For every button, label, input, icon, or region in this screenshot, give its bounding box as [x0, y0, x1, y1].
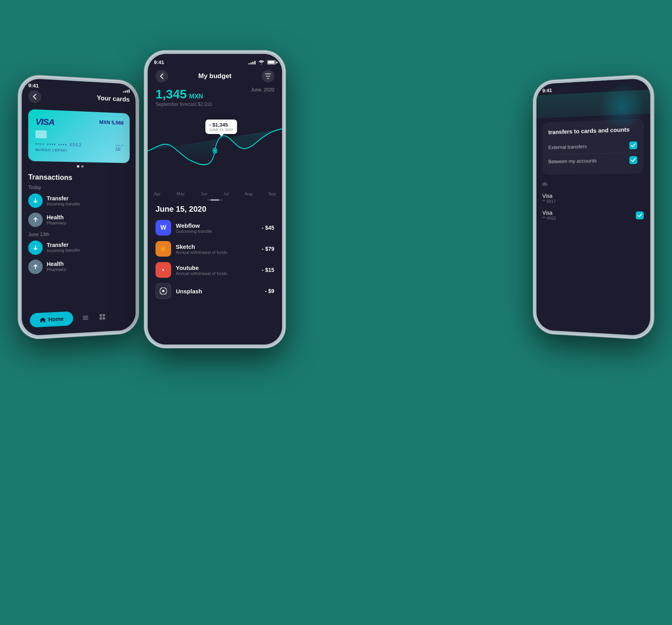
center-header: My budget: [148, 67, 282, 87]
signal-icon-center: [248, 61, 256, 64]
visa-logo: VISA: [36, 116, 54, 127]
card-dots: [28, 164, 130, 169]
cards-section: ds Visa ** 6917 Visa ** 4552: [542, 180, 644, 224]
tx-sub-webflow: Outcoming transfer: [176, 229, 257, 234]
card-chip: [36, 130, 47, 138]
unsplash-logo: [155, 283, 171, 299]
tx-sub-transfer-june13: Incoming transfer: [47, 248, 80, 253]
tx-item-today-0[interactable]: Transfer Incoming transfer: [28, 193, 130, 208]
tx-item-june13-1[interactable]: Health Pharmacy: [28, 257, 130, 274]
tx-name-webflow: Webflow: [176, 222, 257, 229]
status-time-center: 9:41: [154, 59, 164, 65]
card-info-6917: Visa ** 6917: [542, 193, 556, 204]
status-icons-center: [248, 60, 276, 64]
tx-sketch[interactable]: Sketch Annual withdrawal of funds - $79: [155, 241, 274, 257]
tx-youtube[interactable]: Youtube Annual withdrawal of funds - $15: [155, 262, 274, 278]
card-amount: MXN 5,566: [99, 119, 124, 126]
filter-button[interactable]: [262, 70, 274, 82]
tx-name-health-june13: Health: [47, 261, 66, 267]
tooltip-amount: - $1,345: [209, 122, 233, 128]
tx-detail-unsplash: Unsplash: [176, 288, 260, 295]
budget-chart: - $1,345 JUNE 15, 2020: [148, 112, 282, 190]
card-info-4552: Visa ** 4552: [542, 209, 556, 220]
svg-rect-6: [103, 317, 105, 320]
tx-amount-sketch: - $79: [262, 246, 274, 252]
tx-sub-transfer-today: Incoming transfer: [47, 202, 80, 206]
tx-info-transfer-june13: Transfer Incoming transfer: [47, 241, 80, 253]
svg-rect-1: [83, 317, 88, 318]
bottom-nav: Home: [22, 304, 136, 336]
budget-currency: MXN: [189, 93, 203, 100]
back-button-left[interactable]: [28, 90, 41, 103]
tx-item-june13-0[interactable]: Transfer Incoming transfer: [28, 239, 130, 255]
home-button[interactable]: Home: [30, 311, 73, 328]
tx-sub-sketch: Annual withdrawal of funds: [176, 250, 257, 255]
center-transactions: June 15, 2020 W Webflow Outcoming transf…: [148, 205, 282, 304]
chart-label-may: May: [177, 191, 185, 196]
status-time-right: 9:41: [542, 88, 552, 94]
tx-amount-youtube: - $15: [262, 267, 274, 273]
filter-between-accounts[interactable]: Between my accounts: [548, 153, 637, 169]
svg-point-8: [214, 149, 216, 152]
tx-icon-transfer-today: [28, 193, 43, 208]
chart-labels: Apr May Jun Jul Aug Sep: [148, 191, 282, 196]
signal-icon-left: [123, 88, 130, 93]
tx-info-transfer-today: Transfer Incoming transfer: [47, 195, 80, 206]
card-num-4552: ** 4552: [542, 216, 556, 220]
june13-label: June 13th: [28, 231, 130, 238]
tx-detail-sketch: Sketch Annual withdrawal of funds: [176, 243, 257, 255]
left-screen: Your cards VISA MXN 5,566 •••• •••• ••••…: [22, 89, 136, 274]
filter-external-transfers[interactable]: External transfers: [548, 138, 637, 155]
chart-label-apr: Apr: [154, 191, 161, 196]
svg-rect-5: [100, 317, 102, 320]
chart-label-jul: Jul: [223, 191, 229, 196]
tx-sub-health-today: Pharmacy: [47, 220, 66, 225]
back-button-center[interactable]: [155, 70, 168, 82]
tx-name-transfer-today: Transfer: [47, 195, 80, 202]
left-phone: 9:41 Your cards: [18, 75, 138, 339]
card-name-6917: Visa: [542, 193, 556, 199]
tx-unsplash[interactable]: Unsplash - $9: [155, 283, 274, 299]
chart-scroll-indicator: [207, 199, 223, 201]
filter-external-checkbox[interactable]: [629, 141, 638, 149]
tx-detail-youtube: Youtube Annual withdrawal of funds: [176, 264, 257, 276]
tx-icon-transfer-june13: [28, 240, 43, 255]
budget-date: June, 2020: [251, 87, 274, 93]
right-phone: 9:41 transfers to cards and counts Exter…: [534, 75, 654, 339]
svg-rect-4: [103, 314, 105, 316]
tx-item-today-1[interactable]: Health Pharmacy: [28, 212, 130, 227]
svg-rect-0: [83, 316, 88, 317]
card-filter-6917[interactable]: Visa ** 6917: [542, 189, 644, 206]
tx-name-transfer-june13: Transfer: [47, 241, 80, 248]
youtube-logo: [155, 262, 171, 278]
tx-amount-webflow: - $45: [262, 225, 274, 231]
tx-name-sketch: Sketch: [176, 243, 257, 250]
card-filter-4552[interactable]: Visa ** 4552: [542, 206, 644, 224]
nav-list-icon[interactable]: [81, 313, 90, 323]
tx-webflow[interactable]: W Webflow Outcoming transfer - $45: [155, 220, 274, 236]
transactions-title: Transactions: [28, 173, 130, 182]
tx-detail-webflow: Webflow Outcoming transfer: [176, 222, 257, 234]
tx-name-health-today: Health: [47, 214, 66, 220]
filter-external-label: External transfers: [548, 143, 587, 150]
visa-card[interactable]: VISA MXN 5,566 •••• •••• •••• 4552 MARGO…: [28, 109, 130, 163]
svg-rect-3: [100, 314, 102, 316]
card-number: •••• •••• •••• 4552: [36, 141, 123, 148]
tx-info-health-today: Health Pharmacy: [47, 214, 66, 225]
wifi-icon-center: [259, 60, 264, 64]
filter-accounts-checkbox[interactable]: [629, 156, 638, 164]
chart-label-aug: Aug: [245, 191, 252, 196]
card-num-6917: ** 6917: [542, 199, 556, 204]
notch-center: [189, 54, 240, 65]
chart-label-sep: Sep: [268, 191, 276, 196]
card-4552-checkbox[interactable]: [636, 211, 644, 220]
sketch-logo: [155, 241, 171, 257]
card-valid: VALID 12/: [115, 144, 124, 152]
transactions-date-header: June 15, 2020: [155, 205, 274, 214]
nav-grid-icon[interactable]: [98, 312, 107, 322]
budget-section: 1,345 MXN September forecast $2,010 June…: [148, 87, 282, 107]
tx-name-youtube: Youtube: [176, 264, 257, 271]
tx-name-unsplash: Unsplash: [176, 288, 260, 295]
webflow-logo: W: [155, 220, 171, 236]
tx-sub-youtube: Annual withdrawal of funds: [176, 271, 257, 276]
